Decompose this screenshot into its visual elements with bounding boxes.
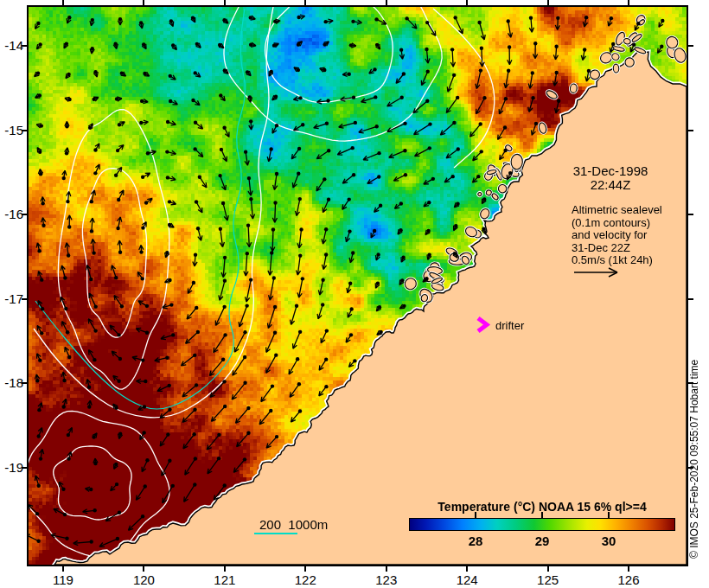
x-tick-mark — [224, 0, 226, 7]
page-background: 119120121122123124125126 -14-15-16-17-18… — [0, 0, 709, 588]
x-tick-label: 124 — [448, 572, 486, 587]
x-tick-label: 119 — [44, 572, 82, 587]
drifter-label: drifter — [495, 319, 524, 332]
velocity-scale-arrow-icon — [572, 264, 621, 278]
y-tick-label: -19 — [0, 460, 23, 475]
y-tick-label: -17 — [0, 291, 23, 306]
x-tick-label: 123 — [367, 572, 406, 587]
drifter-marker-icon — [476, 316, 491, 335]
colorbar-tick-label: 28 — [458, 534, 493, 548]
x-tick-mark — [547, 565, 549, 572]
x-tick-label: 120 — [125, 572, 163, 587]
altimetric-legend-line: 31-Dec 22Z — [572, 242, 662, 255]
copyright-text: © IMOS 25-Feb-2020 09:55:07 Hobart time — [688, 195, 702, 559]
x-tick-mark — [386, 565, 387, 572]
x-tick-mark — [466, 565, 468, 572]
depth-contour-legend: 200 1000m — [259, 517, 328, 532]
colorbar-tick-mark — [541, 512, 543, 518]
x-tick-mark — [304, 0, 306, 7]
y-tick-label: -15 — [0, 123, 23, 137]
y-tick-label: -16 — [0, 207, 23, 221]
observation-date: 31-Dec-1998 — [558, 164, 663, 178]
x-tick-mark — [304, 565, 306, 572]
x-tick-mark — [224, 565, 226, 572]
x-tick-mark — [143, 565, 144, 572]
x-tick-mark — [628, 565, 629, 572]
x-tick-mark — [547, 0, 549, 7]
y-tick-mark — [687, 45, 693, 47]
colorbar-tick-label: 30 — [591, 534, 626, 548]
y-tick-label: -18 — [0, 375, 23, 390]
observation-time: 22:44Z — [558, 178, 663, 192]
x-tick-label: 122 — [286, 572, 324, 587]
colorbar-tick-label: 29 — [525, 534, 559, 548]
depth-contour-line — [254, 533, 297, 534]
altimetric-legend-line: and velocity for — [572, 229, 662, 242]
sst-map-canvas — [29, 7, 687, 565]
y-tick-mark — [687, 130, 693, 131]
x-tick-mark — [143, 0, 144, 7]
x-tick-label: 126 — [610, 572, 648, 587]
x-tick-label: 125 — [529, 572, 567, 587]
altimetric-legend: Altimetric sealevel (0.1m contours) and … — [572, 204, 662, 267]
colorbar-tick-mark — [608, 512, 610, 518]
map-frame — [27, 5, 688, 566]
x-tick-mark — [628, 0, 629, 7]
x-tick-mark — [466, 0, 468, 7]
temperature-colorbar — [409, 518, 675, 531]
x-tick-label: 121 — [206, 572, 244, 587]
observation-datetime: 31-Dec-1998 22:44Z — [558, 164, 663, 192]
x-tick-mark — [62, 565, 64, 572]
altimetric-legend-line: Altimetric sealevel — [572, 204, 662, 217]
x-tick-mark — [62, 0, 64, 7]
x-tick-mark — [386, 0, 387, 7]
y-tick-label: -14 — [0, 38, 23, 53]
altimetric-legend-line: (0.1m contours) — [572, 217, 662, 230]
colorbar-tick-mark — [475, 512, 476, 518]
